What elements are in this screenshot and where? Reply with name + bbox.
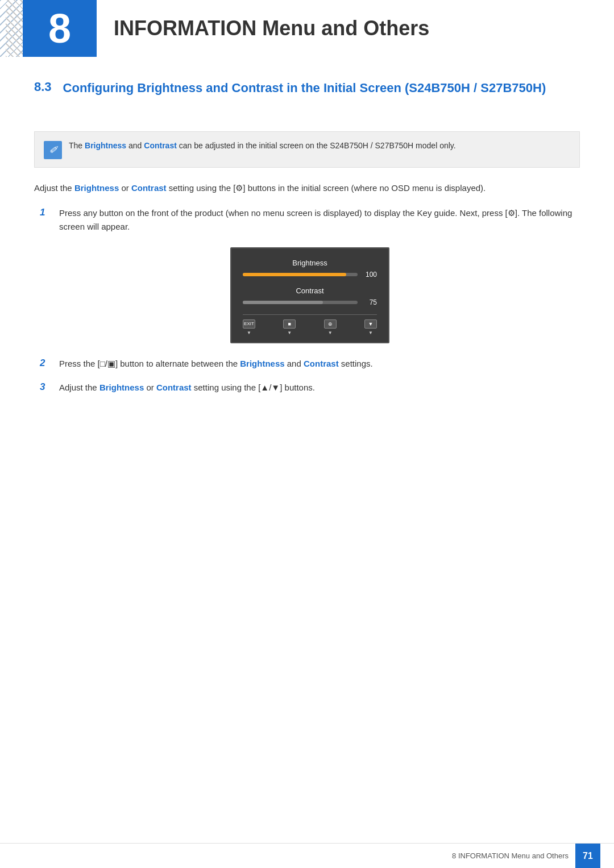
section-title: Configuring Brightness and Contrast in t… bbox=[63, 80, 546, 97]
step-3-number: 3 bbox=[40, 381, 51, 393]
step-1-number: 1 bbox=[40, 206, 51, 218]
chapter-number: 8 bbox=[48, 5, 71, 52]
contrast-value: 75 bbox=[362, 298, 377, 306]
header-title: INFORMATION Menu and Others bbox=[97, 16, 429, 40]
contrast-bar-track bbox=[243, 301, 358, 304]
footer-page-number: 71 bbox=[575, 844, 600, 869]
osd-btn-4: ▼ ▼ bbox=[364, 319, 377, 335]
step-2-number: 2 bbox=[40, 357, 51, 369]
contrast-label: Contrast bbox=[243, 286, 377, 295]
osd-screen-container: Brightness 100 Contrast 75 bbox=[40, 247, 580, 343]
chapter-number-block: 8 bbox=[23, 0, 97, 57]
contrast-bar-row: 75 bbox=[243, 298, 377, 306]
section-number: 8.3 bbox=[34, 80, 52, 94]
step-2-text: Press the [□/▣] button to alternate betw… bbox=[59, 357, 373, 371]
step-3: 3 Adjust the Brightness or Contrast sett… bbox=[40, 381, 580, 394]
brightness-label: Brightness bbox=[243, 259, 377, 267]
step-2: 2 Press the [□/▣] button to alternate be… bbox=[40, 357, 580, 371]
osd-buttons-row: EXIT ▼ ■ ▼ ⊕ ▼ ▼ ▼ bbox=[243, 319, 377, 335]
step-3-text: Adjust the Brightness or Contrast settin… bbox=[59, 381, 315, 394]
step-1: 1 Press any button on the front of the p… bbox=[40, 206, 580, 234]
btn2-icon: ■ bbox=[283, 319, 296, 329]
osd-btn-2: ■ ▼ bbox=[283, 319, 296, 335]
footer: 8 INFORMATION Menu and Others 71 bbox=[0, 843, 614, 868]
osd-btn-3: ⊕ ▼ bbox=[324, 319, 337, 335]
exit-icon: EXIT bbox=[243, 319, 255, 329]
note-icon: ✐ bbox=[44, 141, 62, 159]
step-1-text: Press any button on the front of the pro… bbox=[59, 206, 580, 234]
btn4-arrow: ▼ bbox=[368, 330, 373, 335]
main-content: 8.3 Configuring Brightness and Contrast … bbox=[0, 80, 614, 394]
btn3-icon: ⊕ bbox=[324, 319, 337, 329]
osd-exit-btn: EXIT ▼ bbox=[243, 319, 255, 335]
brightness-value: 100 bbox=[362, 271, 377, 279]
exit-arrow: ▼ bbox=[247, 330, 251, 335]
contrast-bar-fill bbox=[243, 301, 323, 304]
body-paragraph: Adjust the Brightness or Contrast settin… bbox=[34, 181, 580, 195]
svg-text:✐: ✐ bbox=[49, 144, 59, 156]
footer-text: 8 INFORMATION Menu and Others bbox=[452, 852, 569, 860]
brightness-bar-track bbox=[243, 273, 358, 276]
btn3-arrow: ▼ bbox=[328, 330, 333, 335]
note-box: ✐ The Brightness and Contrast can be adj… bbox=[34, 131, 580, 168]
brightness-bar-fill bbox=[243, 273, 346, 276]
btn4-icon: ▼ bbox=[364, 319, 377, 329]
brightness-bar-row: 100 bbox=[243, 271, 377, 279]
header-banner: 8 INFORMATION Menu and Others bbox=[0, 0, 614, 57]
osd-screen: Brightness 100 Contrast 75 bbox=[230, 247, 389, 343]
steps-list: 1 Press any button on the front of the p… bbox=[40, 206, 580, 394]
btn2-arrow: ▼ bbox=[287, 330, 292, 335]
note-text: The Brightness and Contrast can be adjus… bbox=[69, 140, 456, 152]
osd-divider bbox=[243, 314, 377, 315]
